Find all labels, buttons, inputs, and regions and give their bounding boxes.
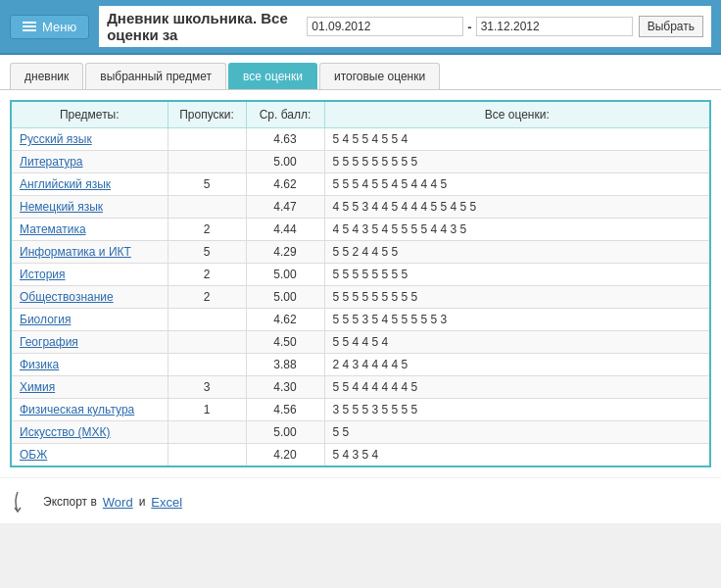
subject-link[interactable]: Литература: [20, 155, 83, 169]
date-from-input[interactable]: [307, 17, 463, 36]
cell-grades: 5 5 5 5 5 5 5 5: [324, 264, 710, 286]
subject-link[interactable]: География: [20, 335, 78, 349]
cell-avg: 5.00: [246, 286, 324, 309]
cell-avg: 4.63: [246, 128, 324, 151]
subject-link[interactable]: Обществознание: [20, 290, 114, 304]
cell-avg: 5.00: [246, 421, 324, 444]
col-header-skip: Пропуски:: [168, 101, 246, 128]
subject-link[interactable]: Английский язык: [20, 177, 111, 191]
cell-skip: 2: [168, 219, 246, 241]
subject-link[interactable]: Химия: [20, 380, 55, 394]
table-row: Английский язык54.625 5 5 4 5 5 4 5 4 4 …: [11, 173, 710, 196]
table-row: Немецкий язык4.474 5 5 3 4 4 5 4 4 4 5 5…: [11, 196, 710, 219]
cell-grades: 2 4 3 4 4 4 4 5: [324, 354, 710, 376]
cell-skip: 5: [168, 241, 246, 264]
date-range: -: [307, 17, 632, 36]
col-header-subject: Предметы:: [11, 101, 168, 128]
tab-bar: дневник выбранный предмет все оценки ито…: [0, 55, 721, 90]
table-row: Обществознание25.005 5 5 5 5 5 5 5 5: [11, 286, 710, 309]
table-row: Физическая культура14.563 5 5 5 3 5 5 5 …: [11, 399, 710, 421]
subject-link[interactable]: Русский язык: [20, 132, 92, 146]
table-row: Физика3.882 4 3 4 4 4 4 5: [11, 354, 710, 376]
export-word-link[interactable]: Word: [103, 495, 133, 510]
export-excel-link[interactable]: Excel: [151, 495, 182, 510]
table-row: Информатика и ИКТ54.295 5 2 4 4 5 5: [11, 241, 710, 264]
page-title: Дневник школьника. Все оценки за: [107, 10, 301, 43]
date-separator: -: [467, 20, 471, 34]
table-row: География4.505 5 4 4 5 4: [11, 331, 710, 354]
cell-avg: 4.44: [246, 219, 324, 241]
cell-skip: 1: [168, 399, 246, 421]
table-row: Русский язык4.635 4 5 5 4 5 5 4: [11, 128, 710, 151]
subject-link[interactable]: Биология: [20, 313, 71, 326]
cell-grades: 3 5 5 5 3 5 5 5 5: [324, 399, 710, 421]
cell-grades: 5 5 5 5 5 5 5 5 5: [324, 151, 710, 173]
subject-link[interactable]: ОБЖ: [20, 448, 47, 462]
cell-avg: 5.00: [246, 151, 324, 173]
export-and-text: и: [139, 495, 146, 509]
cell-avg: 3.88: [246, 354, 324, 376]
cell-skip: [168, 444, 246, 467]
tab-subject[interactable]: выбранный предмет: [85, 63, 226, 89]
cell-skip: [168, 128, 246, 151]
cell-avg: 4.56: [246, 399, 324, 421]
table-row: Искусство (МХК)5.005 5: [11, 421, 710, 444]
cell-grades: 5 5 5 5 5 5 5 5 5: [324, 286, 710, 309]
cell-grades: 4 5 5 3 4 4 5 4 4 4 5 5 4 5 5: [324, 196, 710, 219]
cell-skip: [168, 331, 246, 354]
cell-avg: 5.00: [246, 264, 324, 286]
export-arrow-icon: [10, 488, 37, 515]
tab-diary[interactable]: дневник: [10, 63, 83, 89]
table-row: Химия34.305 5 4 4 4 4 4 4 5: [11, 376, 710, 399]
subject-link[interactable]: Информатика и ИКТ: [20, 245, 131, 259]
cell-skip: 5: [168, 173, 246, 196]
col-header-grades: Все оценки:: [324, 101, 710, 128]
cell-avg: 4.47: [246, 196, 324, 219]
cell-skip: [168, 309, 246, 331]
cell-grades: 4 5 4 3 5 4 5 5 5 5 4 4 3 5: [324, 219, 710, 241]
menu-button[interactable]: Меню: [10, 15, 89, 39]
subject-link[interactable]: История: [20, 268, 66, 281]
cell-skip: [168, 354, 246, 376]
subject-link[interactable]: Физика: [20, 358, 59, 371]
cell-avg: 4.20: [246, 444, 324, 467]
select-button[interactable]: Выбрать: [639, 16, 703, 37]
cell-grades: 5 5 4 4 4 4 4 4 5: [324, 376, 710, 399]
cell-avg: 4.62: [246, 309, 324, 331]
subject-link[interactable]: Физическая культура: [20, 403, 134, 416]
subject-link[interactable]: Математика: [20, 222, 86, 236]
table-row: ОБЖ4.205 4 3 5 4: [11, 444, 710, 467]
table-row: Биология4.625 5 5 3 5 4 5 5 5 5 5 3: [11, 309, 710, 331]
tab-allgrades[interactable]: все оценки: [228, 63, 317, 89]
menu-icon: [23, 22, 36, 31]
export-text: Экспорт в: [43, 495, 97, 509]
date-to-input[interactable]: [476, 17, 633, 36]
tab-final[interactable]: итоговые оценки: [319, 63, 440, 89]
table-row: История25.005 5 5 5 5 5 5 5: [11, 264, 710, 286]
cell-avg: 4.29: [246, 241, 324, 264]
cell-grades: 5 5 2 4 4 5 5: [324, 241, 710, 264]
menu-label: Меню: [42, 20, 76, 34]
header-title-bar: Дневник школьника. Все оценки за - Выбра…: [99, 6, 711, 47]
cell-grades: 5 5 5 4 5 5 4 5 4 4 4 5: [324, 173, 710, 196]
cell-skip: [168, 421, 246, 444]
app-header: Меню Дневник школьника. Все оценки за - …: [0, 0, 721, 55]
main-content: Предметы: Пропуски: Ср. балл: Все оценки…: [0, 90, 721, 477]
export-section: Экспорт в Word и Excel: [0, 477, 721, 523]
table-row: Литература5.005 5 5 5 5 5 5 5 5: [11, 151, 710, 173]
cell-grades: 5 5 5 3 5 4 5 5 5 5 5 3: [324, 309, 710, 331]
cell-avg: 4.30: [246, 376, 324, 399]
table-row: Математика24.444 5 4 3 5 4 5 5 5 5 4 4 3…: [11, 219, 710, 241]
cell-skip: 2: [168, 286, 246, 309]
subject-link[interactable]: Искусство (МХК): [20, 425, 111, 439]
subject-link[interactable]: Немецкий язык: [20, 200, 103, 214]
cell-skip: [168, 196, 246, 219]
cell-skip: [168, 151, 246, 173]
cell-grades: 5 4 3 5 4: [324, 444, 710, 467]
cell-grades: 5 5 4 4 5 4: [324, 331, 710, 354]
grades-table: Предметы: Пропуски: Ср. балл: Все оценки…: [10, 100, 711, 467]
cell-avg: 4.62: [246, 173, 324, 196]
cell-grades: 5 5: [324, 421, 710, 444]
cell-grades: 5 4 5 5 4 5 5 4: [324, 128, 710, 151]
cell-avg: 4.50: [246, 331, 324, 354]
